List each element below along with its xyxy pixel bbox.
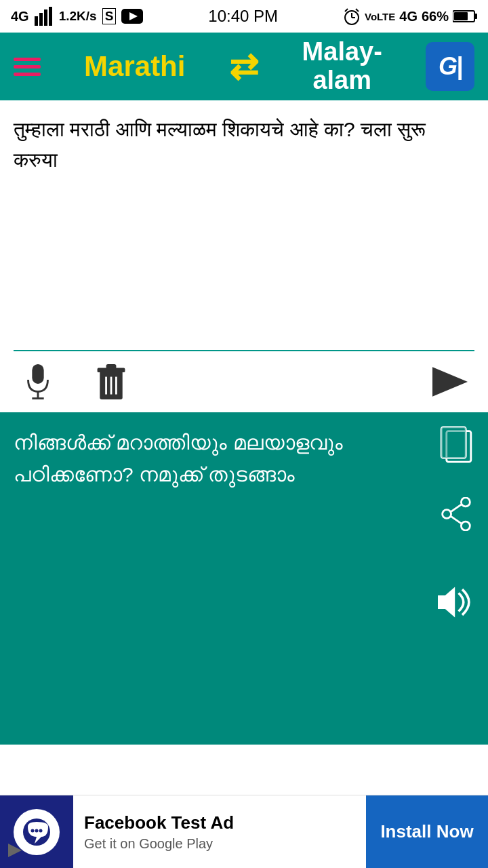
mic-button[interactable] [20,364,56,399]
svg-rect-14 [32,364,43,384]
from-language[interactable]: Marathi [84,50,185,83]
sim-icon: S [102,8,117,24]
header: Marathi ⇄ Malay-alam G| [0,33,488,100]
input-area: तुम्हाला मराठी आणि मल्याळम शिकायचे आहे क… [0,100,488,351]
menu-line-3 [14,73,41,76]
svg-rect-12 [474,14,477,19]
network-label: 4G [11,9,29,24]
svg-line-9 [345,9,348,12]
ad-chat-icon [21,816,52,848]
share-button[interactable] [439,497,473,531]
ad-subtitle: Get it on Google Play [84,836,355,852]
svg-marker-23 [432,367,468,396]
google-translate-icon: G| [439,52,462,81]
svg-marker-32 [438,587,455,618]
google-translate-button[interactable]: G| [426,42,474,91]
menu-line-1 [14,58,41,61]
network2-label: 4G [399,9,418,24]
ad-play-icon [8,844,22,860]
output-area: നിങ്ങൾക്ക് മറാത്തിയും മലയാളവും പഠിക്കണോ?… [0,412,488,745]
to-language[interactable]: Malay-alam [302,38,382,95]
svg-rect-2 [44,9,47,26]
svg-point-35 [35,829,39,832]
signal-icon [35,7,54,26]
menu-button[interactable] [14,58,41,76]
speed-label: 1.2K/s [59,9,97,24]
battery-label: 66% [422,9,449,24]
swap-languages-button[interactable]: ⇄ [229,46,259,87]
input-text[interactable]: तुम्हाला मराठी आणि मल्याळम शिकायचे आहे क… [14,114,474,336]
alarm-icon [343,7,361,25]
youtube-icon [121,9,143,24]
svg-rect-13 [454,12,468,20]
volte-label: VoLTE [365,11,395,22]
output-actions [438,426,474,619]
svg-line-10 [356,9,359,12]
status-time: 10:40 PM [208,7,278,26]
svg-point-28 [443,510,451,519]
svg-line-30 [451,505,462,511]
svg-rect-1 [39,13,43,26]
volume-button[interactable] [438,585,474,619]
svg-line-31 [451,517,462,524]
svg-rect-19 [106,364,117,369]
menu-line-2 [14,65,41,68]
svg-point-34 [31,829,35,832]
svg-point-36 [39,829,43,832]
delete-button[interactable] [96,364,126,399]
input-divider [14,350,474,351]
svg-point-29 [461,521,470,530]
copy-button[interactable] [439,426,473,463]
svg-rect-3 [49,7,52,26]
ad-title: Facebook Test Ad [84,812,355,833]
status-left: 4G 1.2K/s S [11,7,143,26]
svg-marker-37 [8,844,22,857]
ad-banner: Facebook Test Ad Get it on Google Play I… [0,795,488,868]
install-now-button[interactable]: Install Now [366,795,488,869]
send-button[interactable] [432,364,468,399]
toolbar [0,351,488,412]
status-right: VoLTE 4G 66% [343,7,477,25]
svg-point-27 [461,498,470,507]
battery-icon [453,9,477,23]
output-text: നിങ്ങൾക്ക് മറാത്തിയും മലയാളവും പഠിക്കണോ?… [14,427,434,490]
status-bar: 4G 1.2K/s S 10:40 PM VoLTE 4G 66% [0,0,488,33]
svg-rect-26 [441,427,466,458]
svg-rect-0 [35,16,38,26]
ad-text: Facebook Test Ad Get it on Google Play [73,812,366,852]
